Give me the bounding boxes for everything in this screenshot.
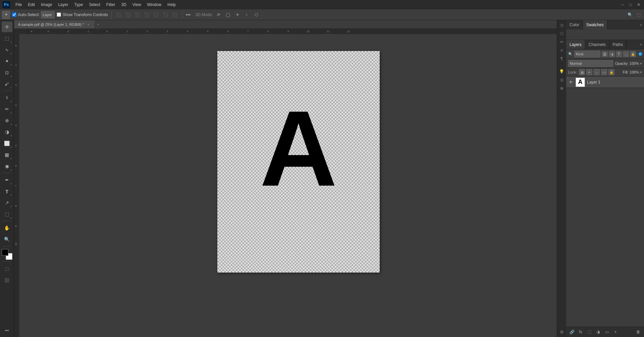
opacity-chevron[interactable]: ▾ — [640, 61, 642, 66]
zoom-tool-btn[interactable]: 🔍 — [2, 234, 12, 245]
libraries-icon[interactable]: ⊞ — [558, 328, 566, 336]
layer-mask-btn[interactable]: ⬚ — [586, 328, 593, 336]
fill-chevron[interactable]: ▾ — [640, 70, 642, 75]
lasso-tool-btn[interactable]: ∿ ▸ — [2, 44, 12, 55]
layer-style-btn[interactable]: fx — [577, 328, 584, 336]
align-center-h[interactable]: ⬛ — [124, 11, 132, 18]
maximize-button[interactable]: □ — [628, 2, 633, 7]
fill-adjustment-btn[interactable]: ◑ — [594, 328, 602, 336]
actions-icon[interactable]: ⬡ — [558, 30, 566, 37]
3d-scale[interactable]: ⬡ — [253, 11, 260, 18]
rectangle-tool-btn[interactable]: ⬚ ▸ — [2, 209, 12, 220]
paragraph-icon[interactable]: ¶ — [558, 55, 566, 62]
properties-icon[interactable]: ≡ — [558, 47, 566, 54]
brush-settings-icon[interactable]: ✏ — [558, 38, 566, 46]
auto-select-checkbox[interactable] — [12, 12, 16, 17]
tab-paths[interactable]: Paths — [609, 40, 627, 49]
align-center-v[interactable]: ⬛ — [153, 11, 160, 18]
panel-collapse-btn[interactable]: » — [96, 20, 100, 29]
clone-tool-btn[interactable]: ⊕ ▸ — [2, 115, 12, 126]
filter-shape-icon[interactable]: ⬚ — [623, 51, 629, 57]
magic-wand-tool-btn[interactable]: ✦ ▸ — [2, 56, 12, 66]
tab-color[interactable]: Color — [566, 20, 583, 30]
more-options[interactable]: ••• — [186, 12, 191, 17]
filter-adjustment-icon[interactable]: ◑ — [609, 51, 615, 57]
path-selection-btn[interactable]: ↗ ▸ — [2, 197, 12, 208]
new-group-btn[interactable]: ▭ — [603, 328, 610, 336]
align-bottom[interactable]: ⬛ — [162, 11, 169, 18]
brush-tool-btn[interactable]: ✏ ▸ — [2, 104, 12, 114]
panel-options-btn[interactable]: ≡ — [640, 23, 644, 27]
history-brush-btn[interactable]: ◑ ▸ — [2, 127, 12, 137]
align-left[interactable]: ⬛ — [115, 11, 122, 18]
menu-edit[interactable]: Edit — [25, 1, 38, 8]
filter-type-btn[interactable]: T — [616, 51, 622, 57]
clone-source-icon[interactable]: ⊕ — [558, 85, 566, 92]
menu-file[interactable]: File — [13, 1, 24, 8]
workspace-button[interactable]: ⬚ — [635, 11, 642, 18]
lock-position-btn[interactable]: ↔ — [594, 69, 600, 75]
tab-close-button[interactable]: × — [86, 22, 91, 27]
eyedropper-tool-btn[interactable]: 🖋 ▸ — [2, 79, 12, 89]
gradient-tool-btn[interactable]: ▦ ▸ — [2, 149, 12, 160]
document-tab[interactable]: A sample.pdf @ 25% (Layer 1, RGB/8) * × — [14, 20, 95, 29]
minimize-button[interactable]: ─ — [620, 2, 625, 7]
3d-pan[interactable]: ✛ — [234, 11, 241, 18]
quick-mask-btn[interactable]: ⬚ — [2, 263, 12, 274]
crop-tool-btn[interactable]: ⊡ ▸ — [2, 67, 12, 78]
layer-item-0[interactable]: 👁 A Layer 1 — [566, 77, 644, 88]
eraser-tool-btn[interactable]: ⬜ ▸ — [2, 138, 12, 149]
styles-icon[interactable]: ◎ — [558, 76, 566, 84]
more-tools-btn[interactable]: ••• — [2, 325, 12, 336]
layer-visibility-toggle[interactable]: 👁 — [568, 80, 574, 85]
pen-tool-btn[interactable]: ✒ ▸ — [2, 175, 12, 185]
layers-options-btn[interactable]: ≡ — [640, 43, 644, 46]
healing-tool-btn[interactable]: ⚕ ▸ — [2, 92, 12, 103]
filter-smart-icon[interactable]: 🔒 — [630, 51, 636, 57]
change-screen-btn[interactable]: ⬛ — [2, 275, 12, 286]
lock-pixels-btn[interactable]: ▦ — [579, 69, 585, 75]
align-right[interactable]: ⬛ — [134, 11, 141, 18]
menu-help[interactable]: Help — [165, 1, 178, 8]
filter-kind-dropdown[interactable]: Kind Name Effect Mode Attribute Color — [574, 51, 600, 57]
foreground-color[interactable] — [2, 249, 8, 256]
history-icon[interactable]: ◷ — [558, 21, 566, 29]
menu-type[interactable]: Type — [71, 1, 86, 8]
selection-tool-btn[interactable]: ⬚ ▸ — [2, 33, 12, 44]
distribute[interactable]: ⬛ — [171, 11, 179, 18]
move-tool-btn[interactable]: ✛ — [2, 21, 12, 32]
menu-filter[interactable]: Filter — [104, 1, 118, 8]
delete-layer-btn[interactable]: 🗑 — [635, 328, 642, 336]
color-picker[interactable] — [2, 249, 12, 260]
3d-roll[interactable]: ◯ — [224, 11, 232, 18]
auto-select-dropdown[interactable]: Layer Group — [41, 11, 55, 18]
tab-layers[interactable]: Layers — [566, 40, 585, 49]
lock-artboard-btn[interactable]: ▭ — [601, 69, 607, 75]
menu-view[interactable]: View — [130, 1, 144, 8]
link-layers-btn[interactable]: 🔗 — [568, 328, 576, 336]
canvas-scroll-area[interactable]: A — [19, 34, 557, 337]
menu-select[interactable]: Select — [86, 1, 103, 8]
tab-swatches[interactable]: Swatches — [583, 20, 607, 30]
show-transform-checkbox[interactable] — [57, 12, 61, 17]
move-tool-options[interactable]: ✛ — [2, 11, 10, 19]
search-button[interactable]: 🔍 — [627, 11, 633, 18]
3d-rotate[interactable]: ⟳ — [215, 11, 222, 18]
adjustments-icon[interactable]: 💡 — [558, 68, 566, 75]
close-button[interactable]: ✕ — [636, 2, 641, 7]
menu-window[interactable]: Window — [145, 1, 164, 8]
dodge-tool-btn[interactable]: ◉ ▸ — [2, 161, 12, 172]
lock-all-btn[interactable]: 🔒 — [608, 69, 614, 75]
blend-mode-dropdown[interactable]: Normal Dissolve Darken Multiply Screen O… — [568, 60, 613, 67]
menu-image[interactable]: Image — [38, 1, 55, 8]
menu-layer[interactable]: Layer — [55, 1, 71, 8]
menu-3d[interactable]: 3D — [118, 1, 129, 8]
3d-slide[interactable]: ↕ — [243, 11, 251, 18]
new-layer-btn[interactable]: + — [612, 328, 619, 336]
filter-pixel-icon[interactable]: 🖼 — [602, 51, 608, 57]
align-top[interactable]: ⬛ — [143, 11, 151, 18]
tab-channels[interactable]: Channels — [585, 40, 609, 49]
hand-tool-btn[interactable]: ✋ — [2, 223, 12, 233]
type-tool-btn[interactable]: T ▸ — [2, 186, 12, 197]
lock-paint-btn[interactable]: ✏ — [586, 69, 592, 75]
